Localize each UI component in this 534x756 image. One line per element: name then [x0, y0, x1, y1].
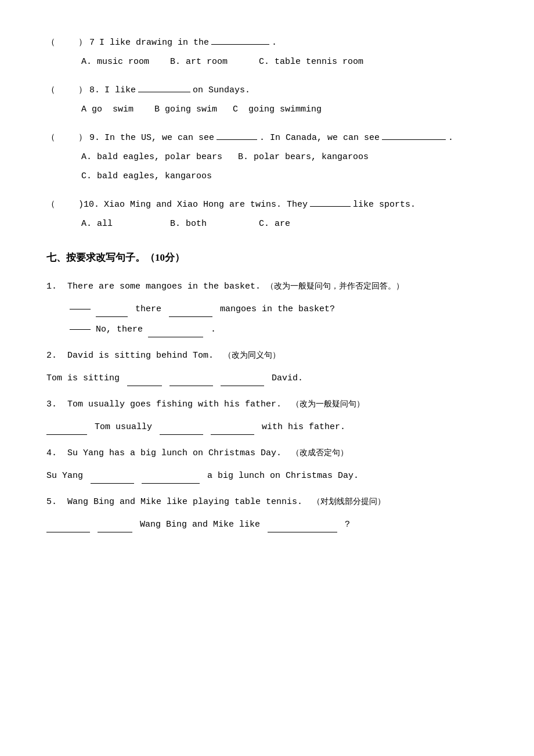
- sq5-original: Wang Bing and Mike like playing table te…: [67, 497, 302, 507]
- sq2-blank1: [127, 377, 162, 386]
- sq3-answer: Tom usually with his father.: [46, 419, 488, 435]
- q8-bracket-space: [57, 82, 78, 98]
- q9-opt-b: B. polar bears, kangaroos: [238, 152, 369, 162]
- sq5-mid: Wang Bing and Mike like: [140, 520, 260, 530]
- sq2-original-line: 2. David is sitting behind Tom. （改为同义句）: [46, 348, 488, 363]
- q8-text-before: I like: [104, 82, 136, 98]
- q7-blank: [211, 35, 269, 45]
- sq1-number: 1.: [46, 282, 62, 291]
- q8-text-after: on Sundays.: [193, 82, 250, 98]
- q10-options: A. all B. both C. are: [81, 216, 488, 232]
- q10-blank: [310, 197, 351, 207]
- sq3-blank2: [160, 426, 203, 435]
- section-7: 七、按要求改写句子。（10分） 1. There are some mangoe…: [46, 249, 488, 532]
- sq2-prefix: Tom is sitting: [46, 373, 120, 383]
- sq1-dash2: ———— No, there: [70, 325, 143, 334]
- q10-opt-a: A. all: [81, 219, 165, 229]
- q8-blank: [138, 83, 190, 92]
- q8-opt-a: A go swim: [81, 105, 149, 114]
- sq2-number: 2.: [46, 351, 62, 361]
- q10-number: )10.: [78, 197, 99, 213]
- q7-text-after: .: [272, 35, 277, 51]
- sq4-suffix: a big lunch on Christmas Day.: [207, 471, 359, 481]
- q7-bracket-open: （: [46, 35, 55, 51]
- q8-options: A go swim B going swim C going swimming: [81, 102, 488, 117]
- q9-text-mid: . In Canada, we can see: [259, 130, 380, 146]
- q9-text-before: In the US, we can see: [104, 130, 214, 146]
- sq5-original-line: 5. Wang Bing and Mike like playing table…: [46, 494, 488, 510]
- q9-blank2: [382, 131, 446, 140]
- sq1-answer1: ———— there mangoes in the basket?: [70, 301, 488, 317]
- q9-options-line1: A. bald eagles, polar bears B. polar bea…: [81, 149, 488, 165]
- sq3-original-line: 3. Tom usually goes fishing with his fat…: [46, 397, 488, 412]
- sq3-original: Tom usually goes fishing with his father…: [67, 399, 282, 409]
- sq3-blank1: [46, 426, 87, 435]
- sq3-number: 3.: [46, 399, 62, 409]
- sq1-suffix2: .: [211, 325, 216, 334]
- sq2-blank3: [221, 377, 264, 386]
- q8-number: 8.: [89, 82, 100, 98]
- q9-bracket-space: [57, 130, 78, 146]
- q9-blank1: [217, 131, 257, 140]
- sq4-prefix: Su Yang: [46, 471, 83, 481]
- q10-opt-b: B. both: [170, 219, 254, 229]
- sq3-blank3: [211, 426, 254, 435]
- question-8: （ ） 8. I like on Sundays. A go swim B go…: [46, 82, 488, 117]
- q7-opt-a: A. music room: [81, 57, 165, 67]
- sq5-instruction: （对划线部分提问）: [312, 497, 385, 506]
- sq3-suffix: with his father.: [262, 422, 345, 432]
- q9-number: 9.: [89, 130, 100, 146]
- q7-opt-b: B. art room: [170, 57, 254, 67]
- sq4-blank2: [142, 474, 200, 484]
- q10-text-after: like sports.: [353, 197, 416, 213]
- sq4-original: Su Yang has a big lunch on Christmas Day…: [67, 448, 282, 458]
- sq4-blank1: [91, 474, 134, 484]
- sq4-instruction: （改成否定句）: [291, 448, 348, 457]
- sq4-original-line: 4. Su Yang has a big lunch on Christmas …: [46, 445, 488, 461]
- q8-opt-b: B going swim: [154, 105, 228, 114]
- q8-opt-c: C going swimming: [233, 105, 322, 114]
- q7-options: A. music room B. art room C. table tenni…: [81, 54, 488, 70]
- sq3-mid1: Tom usually: [95, 422, 152, 432]
- sq2-original: David is sitting behind Tom.: [67, 351, 214, 361]
- sq4-answer: Su Yang a big lunch on Christmas Day.: [46, 468, 488, 484]
- q9-bracket-open: （: [46, 130, 55, 146]
- sub-question-4: 4. Su Yang has a big lunch on Christmas …: [46, 445, 488, 484]
- sq1-instruction: （改为一般疑问句，并作否定回答。）: [266, 282, 404, 290]
- sq1-blank1: [96, 308, 128, 317]
- q9-bracket-close: ）: [78, 130, 87, 146]
- sq5-answer: Wang Bing and Mike like ?: [46, 517, 488, 532]
- question-10: （ )10. Xiao Ming and Xiao Hong are twins…: [46, 197, 488, 232]
- sub-question-5: 5. Wang Bing and Mike like playing table…: [46, 494, 488, 532]
- q7-opt-c: C. table tennis room: [259, 57, 363, 67]
- sq5-number: 5.: [46, 497, 62, 507]
- q10-text-before: Xiao Ming and Xiao Hong are twins. They: [104, 197, 308, 213]
- sq2-instruction: （改为同义句）: [223, 351, 280, 359]
- q7-bracket-space: [57, 35, 78, 51]
- question-9: （ ） 9. In the US, we can see . In Canada…: [46, 130, 488, 184]
- q8-bracket-close: ）: [78, 82, 87, 98]
- q7-number: 7: [89, 35, 95, 51]
- q10-bracket-open: （: [46, 197, 55, 213]
- questions-section: （ ） 7 I like drawing in the . A. music r…: [46, 35, 488, 232]
- question-7: （ ） 7 I like drawing in the . A. music r…: [46, 35, 488, 70]
- sq1-answer2: ———— No, there .: [70, 322, 488, 337]
- q9-options-line2: C. bald eagles, kangaroos: [81, 168, 488, 184]
- sq3-instruction: （改为一般疑问句）: [291, 399, 365, 408]
- sq1-original: There are some mangoes in the basket.: [67, 282, 261, 291]
- sq1-blank3: [148, 328, 203, 337]
- sq1-there: there: [135, 304, 161, 314]
- q10-bracket-space: [57, 197, 78, 213]
- sq2-blank2: [169, 377, 213, 386]
- q7-text-before: I like drawing in the: [99, 35, 209, 51]
- sq2-answer: Tom is sitting David.: [46, 370, 488, 386]
- sq4-number: 4.: [46, 448, 62, 458]
- sub-question-3: 3. Tom usually goes fishing with his fat…: [46, 397, 488, 435]
- sq2-suffix: David.: [272, 373, 303, 383]
- q9-opt-a: A. bald eagles, polar bears: [81, 152, 233, 162]
- q8-bracket-open: （: [46, 82, 55, 98]
- q9-text-after: .: [448, 130, 453, 146]
- q7-bracket-close: ）: [78, 35, 87, 51]
- sq5-suffix: ?: [345, 520, 350, 530]
- q10-opt-c: C. are: [259, 219, 290, 229]
